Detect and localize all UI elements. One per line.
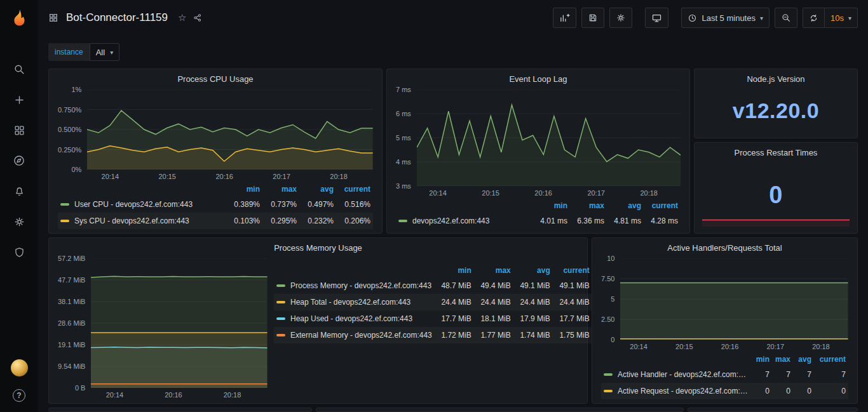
legend-value: 7 — [749, 370, 770, 379]
legend-value: 0.206% — [334, 216, 370, 225]
legend-sort-min[interactable]: min — [223, 185, 260, 194]
legend-row[interactable]: devops242.ef.com:4434.01 ms6.36 ms4.81 m… — [396, 213, 681, 229]
help-question-glyph: ? — [17, 391, 21, 400]
share-dashboard-icon[interactable] — [193, 13, 203, 23]
legend-value: 1.75 MiB — [550, 331, 590, 340]
legend-value: 49.4 MiB — [471, 281, 511, 290]
legend-sort-min[interactable]: min — [432, 266, 471, 275]
explore-compass-icon[interactable] — [12, 154, 26, 168]
legend-value: 6.36 ms — [567, 216, 604, 225]
cycle-view-mode-monitor-icon[interactable] — [645, 8, 668, 28]
sidebar-bottom: ? — [11, 359, 28, 402]
variable-value-dropdown[interactable]: All ▾ — [90, 43, 119, 61]
legend-row[interactable]: Active Request - devops242.ef.com:443000… — [601, 383, 848, 399]
series-label[interactable]: Active Request - devops242.ef.com:443 — [618, 387, 749, 395]
legend-value: 4.81 ms — [604, 216, 641, 225]
alerting-bell-icon[interactable] — [12, 184, 26, 198]
series-label[interactable]: External Memory - devops242.ef.com:443 — [290, 331, 432, 340]
legend-sort-min[interactable]: min — [531, 201, 567, 210]
plot-area[interactable] — [417, 90, 681, 186]
grafana-logo[interactable] — [0, 0, 38, 36]
legend-value: 17.7 MiB — [432, 314, 471, 323]
save-dashboard-button[interactable] — [581, 8, 604, 28]
refresh-dashboard-icon[interactable] — [803, 8, 824, 28]
panel-title[interactable]: Node.js Version — [703, 72, 848, 87]
y-axis-labels: 107.5052.500 — [601, 258, 620, 340]
legend-value: 0.516% — [334, 200, 370, 209]
panel-title[interactable]: Process Memory Usage — [58, 241, 578, 256]
legend-row[interactable]: Process Memory - devops242.ef.com:44348.… — [274, 277, 592, 294]
search-icon[interactable] — [12, 62, 26, 76]
legend-value: 24.4 MiB — [471, 298, 511, 307]
time-range-picker[interactable]: Last 5 minutes ▾ — [681, 8, 770, 28]
legend-row[interactable]: Sys CPU - devops242.ef.com:4430.103%0.29… — [58, 213, 373, 229]
star-dashboard-icon[interactable]: ☆ — [178, 12, 186, 23]
series-label[interactable]: Process Memory - devops242.ef.com:443 — [290, 281, 432, 290]
dashboards-grid-icon[interactable] — [12, 123, 26, 137]
help-icon[interactable]: ? — [13, 389, 25, 402]
series-label[interactable]: User CPU - devops242.ef.com:443 — [74, 200, 223, 209]
legend-sort-max[interactable]: max — [471, 266, 511, 275]
series-label[interactable]: devops242.ef.com:443 — [412, 216, 531, 225]
topbar-right: Last 5 minutes ▾ 10s ▾ — [553, 8, 858, 28]
refresh-interval-picker[interactable]: 10s ▾ — [824, 8, 858, 28]
plot-area[interactable] — [87, 90, 373, 169]
series-color-key-icon[interactable] — [276, 334, 285, 336]
legend-cpu: minmaxavgcurrentUser CPU - devops242.ef.… — [58, 182, 373, 229]
add-panel-button[interactable] — [553, 8, 576, 28]
series-label[interactable]: Heap Total - devops242.ef.com:443 — [290, 298, 432, 307]
series-label[interactable]: Heap Used - devops242.ef.com:443 — [290, 314, 432, 323]
chart-active: 107.5052.50020:1420:1520:1620:1720:18 — [601, 258, 848, 351]
series-color-key-icon[interactable] — [276, 317, 285, 320]
legend-sort-avg[interactable]: avg — [790, 355, 811, 364]
chart-memory: 57.2 MiB47.7 MiB38.1 MiB28.6 MiB19.1 MiB… — [58, 258, 268, 399]
series-label[interactable]: Active Handler - devops242.ef.com:443 — [618, 370, 749, 379]
legend-sort-current[interactable]: current — [641, 201, 678, 210]
series-color-key-icon[interactable] — [604, 390, 613, 392]
legend-sort-current[interactable]: current — [550, 266, 590, 275]
legend-row[interactable]: Heap Total - devops242.ef.com:44324.4 Mi… — [274, 294, 592, 310]
chevron-down-icon: ▾ — [848, 15, 851, 22]
panel-title[interactable]: Active Handlers/Requests Total — [601, 241, 848, 256]
legend-value: 1.77 MiB — [471, 331, 511, 340]
legend-sort-max[interactable]: max — [260, 185, 297, 194]
legend-sort-max[interactable]: max — [567, 201, 604, 210]
zoom-out-time-range-button[interactable] — [775, 8, 797, 28]
legend-row[interactable]: User CPU - devops242.ef.com:4430.389%0.7… — [58, 196, 373, 213]
legend-value: 7 — [770, 370, 790, 379]
legend-value: 0.389% — [223, 200, 260, 209]
panel-partial — [316, 408, 684, 412]
series-color-key-icon[interactable] — [276, 301, 285, 303]
legend-value: 1.72 MiB — [432, 331, 471, 340]
legend-sort-current[interactable]: current — [811, 355, 846, 364]
series-color-key-icon[interactable] — [604, 373, 613, 376]
plot-area[interactable] — [91, 258, 268, 388]
dashboard-settings-gear-icon[interactable] — [609, 8, 632, 28]
legend-sort-avg[interactable]: avg — [511, 266, 550, 275]
configuration-gear-icon[interactable] — [12, 215, 26, 229]
panel-title[interactable]: Process Restart Times — [703, 145, 848, 161]
dashboard-title[interactable]: Bot-Connector-11159 — [66, 11, 168, 24]
legend-sort-avg[interactable]: avg — [297, 185, 334, 194]
legend-sort-avg[interactable]: avg — [604, 201, 641, 210]
legend-sort-current[interactable]: current — [334, 185, 370, 194]
series-color-key-icon[interactable] — [60, 203, 69, 206]
legend-value: 0.737% — [260, 200, 297, 209]
legend-sort-max[interactable]: max — [770, 355, 790, 364]
legend-sort-min[interactable]: min — [749, 355, 770, 364]
stat-value: v12.20.0 — [733, 98, 819, 123]
legend-row[interactable]: External Memory - devops242.ef.com:4431.… — [274, 327, 592, 343]
legend-row[interactable]: Active Handler - devops242.ef.com:443777… — [601, 366, 848, 383]
plot-area[interactable] — [620, 258, 848, 340]
panel-title[interactable]: Process CPU Usage — [58, 72, 373, 87]
server-admin-shield-icon[interactable] — [12, 245, 26, 259]
create-plus-icon[interactable] — [12, 93, 26, 107]
series-label[interactable]: Sys CPU - devops242.ef.com:443 — [74, 216, 223, 225]
series-color-key-icon[interactable] — [60, 220, 69, 222]
user-avatar[interactable] — [11, 359, 28, 376]
panel-title[interactable]: Event Loop Lag — [396, 72, 681, 87]
series-color-key-icon[interactable] — [276, 284, 285, 287]
legend-value: 49.1 MiB — [511, 281, 550, 290]
legend-row[interactable]: Heap Used - devops242.ef.com:44317.7 MiB… — [274, 310, 592, 327]
series-color-key-icon[interactable] — [398, 220, 407, 222]
